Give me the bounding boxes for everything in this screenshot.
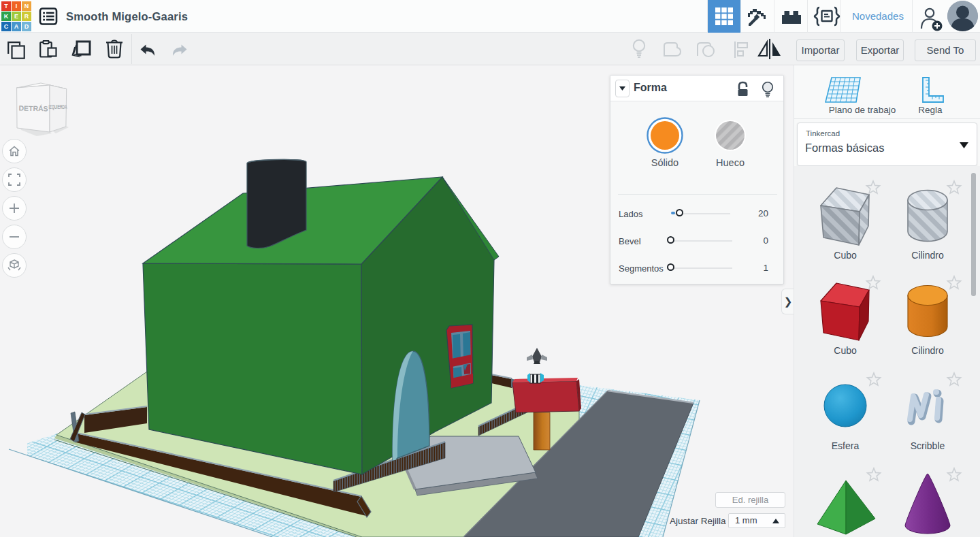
- svg-text:Scribble: Scribble: [911, 440, 945, 451]
- svg-text:DETRÁS: DETRÁS: [18, 104, 48, 113]
- svg-text:Cubo: Cubo: [834, 345, 857, 356]
- svg-text:Esfera: Esfera: [832, 440, 860, 451]
- svg-text:Cubo: Cubo: [834, 250, 857, 261]
- svg-text:Cilindro: Cilindro: [911, 345, 944, 356]
- svg-text:Cilindro: Cilindro: [911, 250, 944, 261]
- svg-text:IZQUIERDA: IZQUIERDA: [49, 103, 67, 110]
